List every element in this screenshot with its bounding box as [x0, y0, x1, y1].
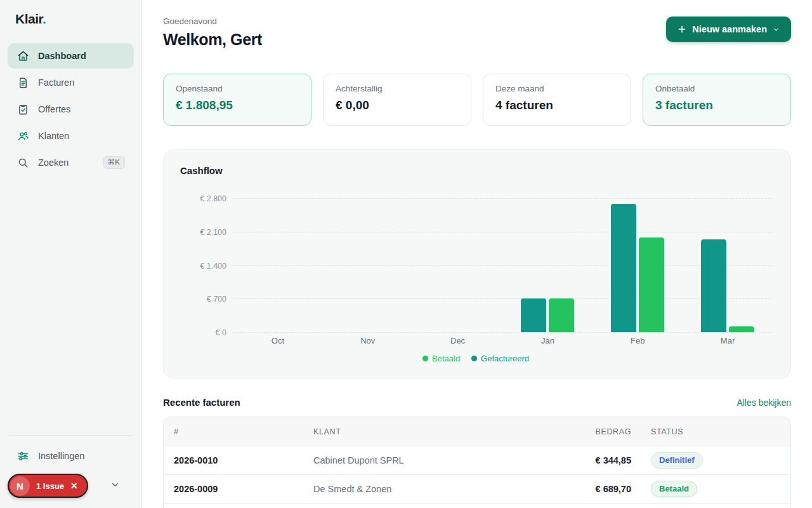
invoice-status-cell: Definitief	[631, 452, 780, 469]
recent-invoices-header: Recente facturen Alles bekijken	[163, 397, 791, 408]
new-create-button-label: Nieuw aanmaken	[692, 24, 767, 34]
close-icon[interactable]: ✕	[70, 481, 78, 490]
column-header-number: #	[174, 427, 313, 436]
stat-label: Deze maand	[495, 84, 619, 93]
month-group-nov	[323, 198, 413, 332]
invoice-status-cell: Betaald	[631, 481, 780, 497]
month-group-oct	[233, 198, 323, 332]
column-header-status: STATUS	[631, 427, 780, 436]
invoice-number: 2026-0009	[174, 484, 313, 494]
cashflow-chart-card: Cashflow € 2.800€ 2.100€ 1.400€ 700€ 0 O…	[163, 149, 791, 378]
chart-legend: BetaaldGefactureerd	[179, 354, 773, 363]
y-axis-tick-label: € 2.800	[200, 194, 226, 203]
invoice-number: 2026-0010	[174, 455, 313, 465]
stat-card-deze-maand: Deze maand4 facturen	[483, 74, 631, 126]
table-body: 2026-0010Cabinet Dupont SPRL€ 344,85Defi…	[164, 446, 790, 503]
y-axis-tick-label: € 1.400	[200, 262, 226, 271]
bar-gefactureerd-mar[interactable]	[701, 239, 726, 332]
y-axis-tick-label: € 2.100	[200, 228, 226, 237]
chart-x-axis: OctNovDecJanFebMar	[233, 336, 773, 345]
app-logo-text: Klair	[15, 11, 43, 26]
bar-betaald-feb[interactable]	[639, 237, 664, 332]
issue-tracker-pill[interactable]: N 1 Issue ✕	[8, 474, 88, 498]
stat-value: 4 facturen	[495, 98, 619, 112]
status-badge: Betaald	[651, 481, 697, 497]
cashflow-bar-chart: € 2.800€ 2.100€ 1.400€ 700€ 0	[233, 198, 773, 332]
sidebar-item-label: Facturen	[38, 77, 74, 88]
invoices-table: #KLANTBEDRAGSTATUS 2026-0010Cabinet Dupo…	[163, 417, 791, 508]
invoice-client: Cabinet Dupont SPRL	[313, 455, 555, 465]
legend-dot-icon	[422, 356, 428, 361]
legend-dot-icon	[471, 356, 477, 361]
app-logo-dot: .	[43, 11, 46, 26]
table-row[interactable]: 2026-0009De Smedt & Zonen€ 689,70Betaald	[164, 474, 790, 503]
issue-avatar: N	[10, 476, 30, 496]
search-icon	[16, 156, 29, 169]
stat-label: Openstaand	[176, 84, 299, 93]
gridline: € 0	[233, 332, 773, 333]
page-title: Welkom, Gert	[163, 30, 262, 49]
month-group-dec	[413, 198, 503, 332]
invoice-icon	[16, 76, 29, 89]
table-row-partial	[164, 503, 790, 508]
sidebar-item-label: Dashboard	[38, 51, 86, 61]
status-badge: Definitief	[651, 452, 703, 469]
chart-title: Cashflow	[179, 165, 773, 176]
main-content: Goedenavond Welkom, Gert Nieuw aanmaken …	[142, 0, 812, 508]
x-axis-tick-label: Oct	[233, 336, 323, 345]
sidebar-item-label: Instellingen	[38, 451, 84, 461]
issue-row: N 1 Issue ✕	[8, 474, 134, 498]
view-all-link[interactable]: Alles bekijken	[737, 398, 791, 408]
sidebar-item-dashboard[interactable]: Dashboard	[8, 43, 134, 69]
stat-cards: Openstaand€ 1.808,95Achterstallig€ 0,00D…	[163, 74, 791, 126]
month-group-jan	[502, 198, 593, 332]
sidebar-item-label: Offertes	[38, 104, 70, 114]
page-header: Goedenavond Welkom, Gert Nieuw aanmaken	[163, 15, 791, 49]
x-axis-tick-label: Feb	[593, 336, 683, 345]
sidebar: Klair. DashboardFacturenOffertesKlantenZ…	[0, 0, 142, 508]
bar-gefactureerd-jan[interactable]	[521, 298, 546, 332]
table-header-row: #KLANTBEDRAGSTATUS	[164, 417, 790, 446]
table-row[interactable]: 2026-0010Cabinet Dupont SPRL€ 344,85Defi…	[164, 446, 790, 474]
sidebar-item-label: Klanten	[38, 131, 69, 141]
invoice-amount: € 344,85	[555, 455, 631, 465]
sidebar-item-instellingen[interactable]: Instellingen	[8, 443, 134, 469]
sidebar-item-offertes[interactable]: Offertes	[8, 97, 134, 122]
sidebar-item-facturen[interactable]: Facturen	[8, 70, 134, 95]
chart-plot-area	[233, 198, 773, 332]
issue-count-label: 1 Issue	[36, 481, 64, 491]
plus-icon	[678, 25, 686, 34]
bar-betaald-jan[interactable]	[549, 298, 574, 332]
quote-clipboard-icon	[16, 103, 29, 116]
welcome-block: Goedenavond Welkom, Gert	[163, 15, 262, 49]
clients-icon	[16, 130, 29, 142]
bar-gefactureerd-feb[interactable]	[611, 204, 636, 332]
sidebar-item-klanten[interactable]: Klanten	[8, 123, 134, 149]
chevron-down-icon[interactable]	[110, 480, 120, 492]
legend-item-betaald: Betaald	[422, 354, 460, 363]
sidebar-nav: DashboardFacturenOffertesKlantenZoeken⌘K	[8, 43, 134, 175]
legend-label: Gefactureerd	[481, 354, 529, 363]
sidebar-bottom: Instellingen N 1 Issue ✕	[8, 435, 134, 498]
month-group-mar	[683, 198, 773, 332]
sidebar-divider	[9, 435, 133, 436]
column-header-bedrag: BEDRAG	[555, 427, 631, 436]
sidebar-item-zoeken[interactable]: Zoeken⌘K	[8, 150, 134, 175]
app-logo: Klair.	[8, 11, 134, 27]
stat-label: Onbetaald	[655, 84, 778, 93]
invoice-amount: € 689,70	[555, 484, 631, 494]
new-create-button[interactable]: Nieuw aanmaken	[666, 17, 791, 42]
sidebar-item-label: Zoeken	[38, 157, 69, 168]
legend-label: Betaald	[432, 354, 460, 363]
stat-card-onbetaald: Onbetaald3 facturen	[643, 74, 791, 126]
stat-value: € 1.808,95	[176, 98, 299, 112]
stat-value: 3 facturen	[655, 98, 778, 112]
stat-value: € 0,00	[336, 98, 459, 112]
home-icon	[16, 50, 29, 62]
bar-betaald-mar[interactable]	[729, 326, 754, 332]
chevron-down-icon	[773, 26, 780, 33]
keyboard-shortcut-badge: ⌘K	[103, 156, 125, 169]
x-axis-tick-label: Jan	[502, 336, 593, 345]
greeting-text: Goedenavond	[163, 17, 262, 26]
y-axis-tick-label: € 0	[216, 328, 226, 337]
